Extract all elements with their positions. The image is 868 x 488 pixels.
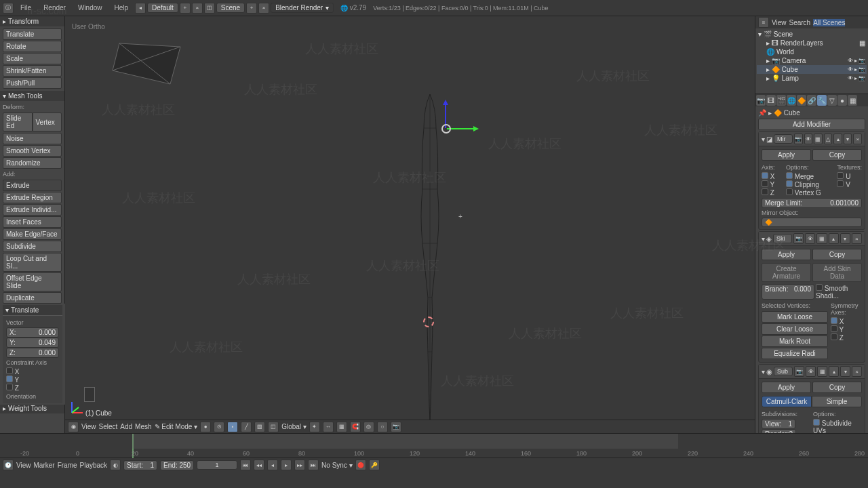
sym-z-checkbox[interactable] [831,333,837,340]
mirror-apply-button[interactable]: Apply [762,149,811,161]
simple-button[interactable]: Simple [812,396,862,407]
add-modifier-button[interactable]: Add Modifier [758,119,865,130]
tex-v-checkbox[interactable] [837,180,844,187]
timeline-view-menu[interactable]: View [16,462,31,469]
next-keyframe-icon[interactable]: ▸▸ [294,460,305,470]
randomize-button[interactable]: Randomize [3,157,62,169]
proportional-edit-icon[interactable]: ○ [377,422,388,432]
pin-icon[interactable]: 📌 [758,109,766,117]
merge-limit-field[interactable]: Merge Limit:0.001000 [762,198,862,208]
viewport-3d[interactable]: User Ortho + (1) Cube ◉ View S [65,16,755,433]
tex-u-checkbox[interactable] [837,172,844,179]
mode-dropdown[interactable]: ✎ Edit Mode ▾ [155,423,198,430]
extrude-button[interactable]: Extrude [3,180,62,191]
file-menu[interactable]: File [15,3,37,13]
mod-delete-icon[interactable]: × [853,134,862,144]
mirror-x-checkbox[interactable] [762,172,768,179]
tree-lamp[interactable]: ▸ 💡 Lamp 👁 ▸ 📷 [757,74,867,83]
inset-faces-button[interactable]: Inset Faces [3,216,62,228]
mirror-y-checkbox[interactable] [762,180,768,187]
subsurf-view-field[interactable]: View:1 [762,419,795,429]
merge-checkbox[interactable] [786,172,793,179]
subdivide-button[interactable]: Subdivide [3,241,62,252]
collapse-icon[interactable]: ▾ [762,368,765,375]
mirror-z-checkbox[interactable] [762,188,768,195]
tree-renderlayers[interactable]: ▸ 🎞 RenderLayers ▦ [757,39,867,47]
mod-display-icon[interactable]: 👁 [805,233,815,244]
sync-dropdown[interactable]: No Sync ▾ [321,462,353,469]
mod-moveup-icon[interactable]: ▴ [829,366,839,377]
constraint-x-checkbox[interactable] [6,367,13,374]
gizmo-x-axis[interactable] [447,128,477,129]
timeline-playback-menu[interactable]: Playback [80,462,108,469]
shrink-fatten-button[interactable]: Shrink/Fatten [3,65,62,77]
vector-y-field[interactable]: Y:0.049 [6,338,59,348]
slide-edge-button[interactable]: Slide Ed [3,113,33,131]
help-menu[interactable]: Help [109,3,134,13]
snap-icon[interactable]: 🧲 [350,422,361,432]
outliner-display-dropdown[interactable]: All Scenes [813,19,845,26]
loop-cut-button[interactable]: Loop Cut and Sl... [3,253,62,272]
tree-scene[interactable]: ▾ 🎬 Scene [757,30,867,39]
timeline-editor-icon[interactable]: 🕐 [3,460,14,470]
limit-selection-icon[interactable]: ◫ [268,422,279,432]
play-icon[interactable]: ▸ [281,460,292,470]
data-tab-icon[interactable]: ▽ [827,95,837,106]
translate-op-header[interactable]: ▾ Translate [3,305,62,315]
extrude-region-button[interactable]: Extrude Region [3,192,62,203]
create-armature-button[interactable]: Create Armature [762,263,811,282]
mirror-copy-button[interactable]: Copy [812,149,862,161]
world-tab-icon[interactable]: 🌐 [787,95,796,106]
outliner-search-menu[interactable]: Search [789,19,811,26]
branch-field[interactable]: Branch:0.000 [762,284,814,300]
face-select-icon[interactable]: ▨ [254,422,265,432]
tree-world[interactable]: 🌐 World [757,47,867,56]
layout-prev-icon[interactable]: ◂ [135,3,146,14]
mod-moveup-icon[interactable]: ▴ [833,134,842,144]
collapse-icon[interactable]: ▾ [762,235,765,243]
timeline-ruler[interactable]: -200204060801001201401601802002202402602… [0,434,868,458]
scene-browse-icon[interactable]: ◫ [204,3,215,14]
vertex-select-icon[interactable]: ▪ [227,422,238,432]
timeline-frame-menu[interactable]: Frame [58,462,77,469]
rotate-button[interactable]: Rotate [3,41,62,52]
material-tab-icon[interactable]: ● [837,95,847,106]
gizmo-center[interactable] [441,124,451,134]
scale-button[interactable]: Scale [3,53,62,64]
sym-y-checkbox[interactable] [831,325,837,332]
mod-render-icon[interactable]: 📷 [793,233,804,244]
translate-button[interactable]: Translate [3,28,62,40]
skin-copy-button[interactable]: Copy [812,249,862,260]
mod-render-icon[interactable]: 📷 [794,134,803,144]
renderlayers-tab-icon[interactable]: 🎞 [766,95,776,106]
mod-editmode-icon[interactable]: ▦ [817,366,827,377]
subsurf-copy-button[interactable]: Copy [812,382,862,393]
play-reverse-icon[interactable]: ◂ [267,460,278,470]
use-preview-icon[interactable]: ◐ [110,460,121,470]
mod-render-icon[interactable]: 📷 [794,366,804,377]
timeline-marker-menu[interactable]: Marker [34,462,55,469]
view-menu[interactable]: View [81,423,96,430]
smooth-vertex-button[interactable]: Smooth Vertex [3,145,62,157]
layout-dropdown[interactable]: Default [147,3,178,13]
edge-select-icon[interactable]: ╱ [241,422,252,432]
collapse-icon[interactable]: ▾ [762,136,765,143]
noise-button[interactable]: Noise [3,133,62,144]
add-skin-data-button[interactable]: Add Skin Data [812,263,862,282]
push-pull-button[interactable]: Push/Pull [3,77,62,89]
select-menu[interactable]: Select [99,423,118,430]
subsurf-name-field[interactable]: Sub [774,367,793,376]
layout-add-icon[interactable]: + [180,3,191,14]
subdivide-uvs-checkbox[interactable] [813,419,820,426]
vector-x-field[interactable]: X:0.000 [6,327,59,338]
offset-edge-button[interactable]: Offset Edge Slide [3,272,62,291]
manipulator-toggle-icon[interactable]: ✦ [309,422,320,432]
constraints-tab-icon[interactable]: 🔗 [807,95,816,106]
mark-loose-button[interactable]: Mark Loose [762,311,828,323]
transform-gizmo[interactable] [414,101,482,155]
constraint-z-checkbox[interactable] [6,384,13,390]
scene-tab-icon[interactable]: 🎬 [776,95,786,106]
mod-cage-icon[interactable]: △ [824,134,833,144]
subsurf-apply-button[interactable]: Apply [762,382,811,393]
make-edge-face-button[interactable]: Make Edge/Face [3,228,62,240]
